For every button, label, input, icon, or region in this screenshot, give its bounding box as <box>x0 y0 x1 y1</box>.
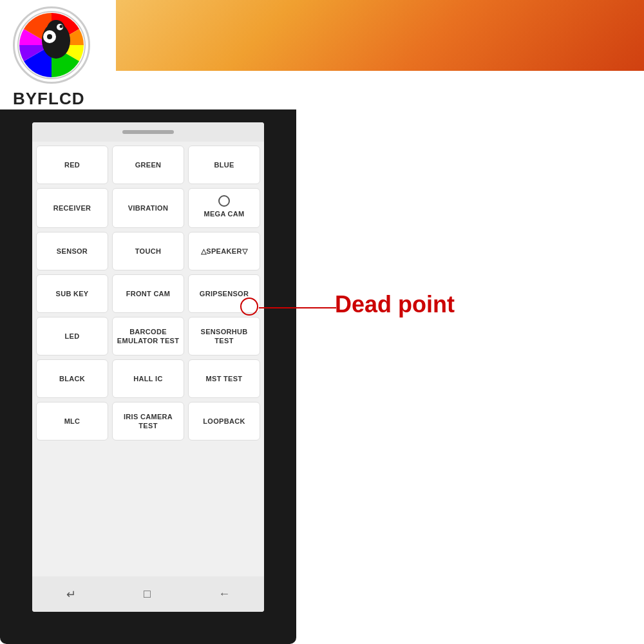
logo <box>13 6 90 84</box>
nav-recent-icon[interactable]: ↵ <box>66 587 76 601</box>
btn-receiver[interactable]: RECEIVER <box>36 188 108 228</box>
nav-home-icon[interactable]: □ <box>144 587 151 601</box>
phone-body: RED GREEN BLUE RECEIVER VIBRATION <box>0 109 296 644</box>
btn-sub-key[interactable]: SUB KEY <box>36 274 108 313</box>
btn-black[interactable]: BLACK <box>36 359 108 398</box>
btn-mlc[interactable]: MLC <box>36 402 108 440</box>
btn-mega-cam[interactable]: MEGA CAM <box>188 188 260 228</box>
phone-mockup: RED GREEN BLUE RECEIVER VIBRATION <box>0 109 296 644</box>
btn-front-cam[interactable]: FRONT CAM <box>112 274 184 313</box>
btn-sensor[interactable]: SENSOR <box>36 232 108 270</box>
btn-mst-test[interactable]: MST TEST <box>188 359 260 398</box>
dead-point-label: Dead point <box>335 291 455 318</box>
dead-point-circle <box>240 298 258 316</box>
phone-screen: RED GREEN BLUE RECEIVER VIBRATION <box>32 122 264 612</box>
phone-nav-bar: ↵ □ ← <box>32 576 264 612</box>
svg-point-6 <box>47 34 52 39</box>
phone-top-bar <box>32 122 264 142</box>
btn-red[interactable]: RED <box>36 146 108 184</box>
test-button-grid: RED GREEN BLUE RECEIVER VIBRATION <box>32 142 264 444</box>
main-content: RED GREEN BLUE RECEIVER VIBRATION <box>0 109 644 644</box>
btn-loopback[interactable]: LOOPBACK <box>188 402 260 440</box>
header: BYFLCD <box>0 0 644 109</box>
btn-iris-camera[interactable]: IRIS CAMERATEST <box>112 402 184 440</box>
header-gradient <box>116 0 644 71</box>
btn-hall-ic[interactable]: HALL IC <box>112 359 184 398</box>
btn-blue[interactable]: BLUE <box>188 146 260 184</box>
btn-speaker[interactable]: △SPEAKER▽ <box>188 232 260 270</box>
btn-barcode-emulator[interactable]: BARCODEEMULATOR TEST <box>112 317 184 355</box>
annotation-arrow-line <box>259 307 336 308</box>
brand-name: BYFLCD <box>13 89 84 109</box>
speaker-bar <box>122 130 174 134</box>
btn-green[interactable]: GREEN <box>112 146 184 184</box>
btn-touch[interactable]: TOUCH <box>112 232 184 270</box>
btn-led[interactable]: LED <box>36 317 108 355</box>
dead-point-annotation: Dead point <box>206 303 592 354</box>
nav-back-icon[interactable]: ← <box>218 587 230 601</box>
btn-vibration[interactable]: VIBRATION <box>112 188 184 228</box>
svg-point-4 <box>60 25 63 28</box>
